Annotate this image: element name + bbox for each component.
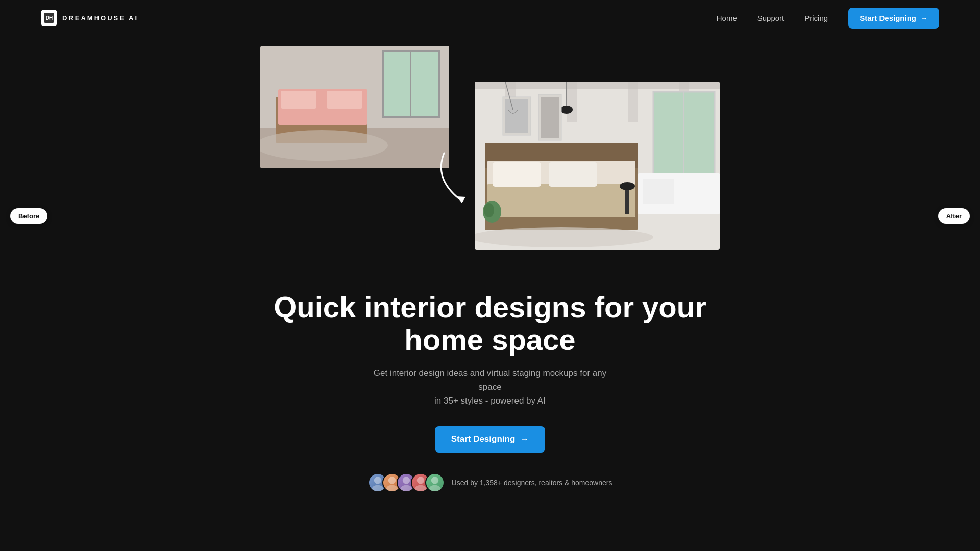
- svg-rect-14: [567, 82, 577, 122]
- social-proof: Used by 1,358+ designers, realtors & hom…: [368, 473, 612, 492]
- logo[interactable]: DH DREAMHOUSE AI: [41, 10, 138, 26]
- svg-point-9: [260, 130, 388, 161]
- svg-point-49: [431, 477, 438, 484]
- svg-point-44: [386, 485, 398, 493]
- svg-rect-25: [505, 99, 528, 133]
- svg-rect-31: [487, 184, 635, 217]
- nav-links: Home Support Pricing Start Designing →: [717, 8, 939, 29]
- svg-rect-39: [625, 189, 629, 214]
- hero-cta-arrow-icon: →: [520, 434, 529, 444]
- hero-subtitle: Get interior design ideas and virtual st…: [362, 366, 618, 408]
- social-proof-text: Used by 1,358+ designers, realtors & hom…: [452, 479, 612, 487]
- svg-point-45: [402, 477, 409, 484]
- svg-rect-15: [628, 82, 638, 122]
- nav-pricing[interactable]: Pricing: [804, 14, 828, 22]
- hero-section: Quick interior designs for your home spa…: [0, 36, 980, 523]
- navbar: DH DREAMHOUSE AI Home Support Pricing St…: [0, 0, 980, 36]
- svg-point-50: [429, 485, 440, 493]
- svg-rect-7: [281, 91, 316, 109]
- nav-cta-label: Start Designing: [860, 14, 916, 22]
- svg-point-43: [388, 477, 395, 484]
- after-image: [475, 82, 720, 250]
- hero-subtitle-line1: Get interior design ideas and virtual st…: [374, 368, 606, 392]
- hero-cta-label: Start Designing: [451, 434, 516, 444]
- before-after-images: [260, 46, 720, 270]
- hero-start-designing-button[interactable]: Start Designing →: [435, 426, 546, 453]
- svg-point-37: [475, 227, 653, 247]
- svg-point-47: [416, 477, 424, 484]
- svg-point-48: [414, 485, 426, 493]
- before-image: [260, 46, 449, 168]
- nav-home[interactable]: Home: [717, 14, 737, 22]
- logo-initials: DH: [44, 13, 54, 23]
- svg-point-40: [620, 182, 635, 190]
- svg-point-41: [374, 477, 381, 484]
- svg-rect-32: [493, 162, 541, 187]
- avatar: [425, 473, 445, 492]
- svg-point-46: [400, 485, 412, 493]
- svg-point-18: [560, 106, 573, 114]
- hero-subtitle-line2: in 35+ styles - powered by AI: [434, 396, 546, 406]
- nav-cta-arrow-icon: →: [920, 14, 928, 22]
- svg-rect-23: [643, 179, 674, 204]
- nav-start-designing-button[interactable]: Start Designing →: [848, 8, 939, 29]
- avatar-group: [368, 473, 445, 492]
- svg-rect-27: [541, 97, 559, 138]
- svg-rect-33: [549, 162, 597, 187]
- svg-point-42: [372, 485, 383, 493]
- brand-name: DREAMHOUSE AI: [62, 14, 138, 22]
- svg-marker-10: [457, 196, 465, 203]
- nav-support[interactable]: Support: [757, 14, 785, 22]
- logo-icon: DH: [41, 10, 57, 26]
- hero-title: Quick interior designs for your home spa…: [273, 291, 707, 356]
- transformation-arrow-icon: [429, 148, 490, 209]
- svg-rect-8: [327, 91, 362, 109]
